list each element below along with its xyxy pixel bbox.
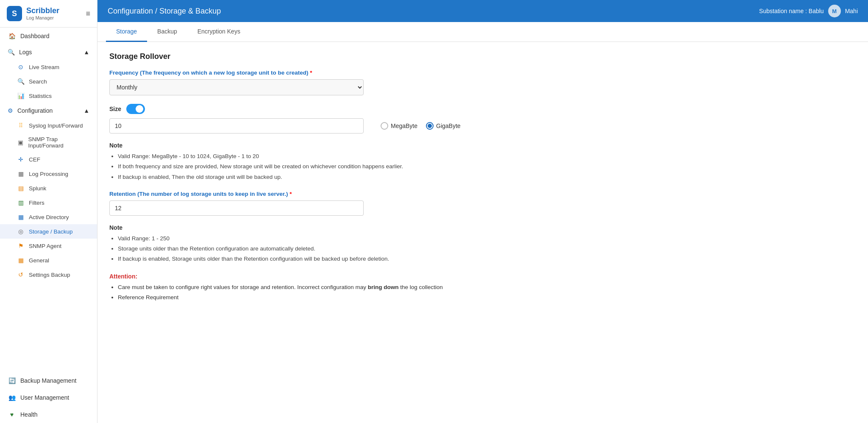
sidebar-section-configuration[interactable]: ⚙ Configuration ▲ — [0, 103, 97, 118]
sidebar-bottom: 🔄 Backup Management 👥 User Management ♥ … — [0, 372, 97, 423]
logs-chevron-icon: ▲ — [83, 49, 89, 56]
gigabyte-radio-circle — [426, 122, 434, 130]
configuration-section-icon: ⚙ — [8, 107, 13, 114]
header-right: Substation name : Bablu M Mahi — [759, 5, 858, 17]
attention-title: Attention: — [109, 273, 467, 280]
sidebar-logo: S Scribbler Log Manager ≡ — [0, 0, 97, 28]
sidebar-item-dashboard[interactable]: 🏠 Dashboard — [0, 28, 97, 45]
content-area: Storage Backup Encryption Keys Storage R… — [97, 22, 868, 423]
megabyte-label: MegaByte — [391, 122, 417, 129]
configuration-subnav: ⠿ Syslog Input/Forward ▣ SNMP Trap Input… — [0, 118, 97, 282]
filters-label: Filters — [29, 200, 45, 206]
attention-item-2: Reference Requirement — [118, 292, 467, 303]
hamburger-icon[interactable]: ≡ — [86, 9, 90, 18]
tab-storage[interactable]: Storage — [106, 22, 147, 42]
gigabyte-label: GigaByte — [436, 122, 461, 129]
sidebar-item-search[interactable]: 🔍 Search — [0, 74, 97, 89]
header-title: Configuration / Storage & Backup — [108, 7, 221, 16]
size-group: Size MegaByte G — [109, 104, 467, 134]
note2-item-2: Storage units older than the Retention c… — [118, 244, 467, 254]
statistics-icon: 📊 — [17, 92, 25, 100]
unit-radio-group: MegaByte GigaByte — [381, 122, 461, 130]
health-icon: ♥ — [8, 410, 16, 419]
substation-label: Substation name : Bablu — [759, 8, 824, 14]
unit-gigabyte[interactable]: GigaByte — [426, 122, 461, 130]
log-processing-icon: ▦ — [17, 170, 25, 178]
note2-list: Valid Range: 1 - 250 Storage units older… — [109, 234, 467, 264]
logs-subnav: ⊙ Live Stream 🔍 Search 📊 Statistics — [0, 60, 97, 103]
sidebar-configuration-label: Configuration — [17, 107, 53, 114]
user-management-label: User Management — [20, 394, 69, 401]
size-label: Size — [109, 106, 121, 112]
size-row: Size — [109, 104, 467, 114]
sidebar-item-livestream[interactable]: ⊙ Live Stream — [0, 60, 97, 74]
unit-megabyte[interactable]: MegaByte — [381, 122, 417, 130]
sidebar: S Scribbler Log Manager ≡ 🏠 Dashboard 🔍 … — [0, 0, 97, 423]
syslog-label: Syslog Input/Forward — [29, 122, 83, 129]
cef-label: CEF — [29, 156, 40, 163]
frequency-label: Frequency (The frequency on which a new … — [109, 70, 467, 76]
sidebar-item-filters[interactable]: ▥ Filters — [0, 195, 97, 210]
settings-backup-icon: ↺ — [17, 271, 25, 278]
note2-item-1: Valid Range: 1 - 250 — [118, 234, 467, 244]
section-title: Storage Rollover — [109, 52, 467, 61]
livestream-label: Live Stream — [29, 64, 59, 70]
sidebar-item-general[interactable]: ▦ General — [0, 253, 97, 267]
sidebar-item-snmp-trap[interactable]: ▣ SNMP Trap Input/Forward — [0, 133, 97, 152]
sidebar-item-active-directory[interactable]: ▦ Active Directory — [0, 210, 97, 224]
retention-input[interactable] — [109, 200, 364, 216]
sidebar-logs-label: Logs — [19, 49, 32, 56]
tab-encryption-keys[interactable]: Encryption Keys — [187, 22, 250, 42]
sidebar-item-storage-backup[interactable]: ◎ Storage / Backup — [0, 224, 97, 239]
app-name: Scribbler — [26, 6, 59, 16]
storage-rollover-panel: Storage Rollover Frequency (The frequenc… — [97, 42, 479, 313]
sidebar-section-logs[interactable]: 🔍 Logs ▲ — [0, 45, 97, 60]
syslog-icon: ⠿ — [17, 122, 25, 129]
storage-backup-icon: ◎ — [17, 228, 25, 235]
sidebar-item-log-processing[interactable]: ▦ Log Processing — [0, 167, 97, 181]
active-directory-icon: ▦ — [17, 213, 25, 221]
search-icon: 🔍 — [17, 78, 25, 85]
sidebar-item-splunk[interactable]: ▤ Splunk — [0, 181, 97, 195]
tab-backup[interactable]: Backup — [147, 22, 187, 42]
frequency-required-star: * — [310, 70, 312, 76]
attention-item-1: Care must be taken to configure right va… — [118, 282, 467, 292]
frequency-select[interactable]: Daily Weekly Monthly Yearly — [109, 79, 364, 95]
cef-icon: ✛ — [17, 156, 25, 163]
note1-list: Valid Range: MegaByte - 10 to 1024, Giga… — [109, 151, 467, 182]
sidebar-item-snmp-agent[interactable]: ⚑ SNMP Agent — [0, 239, 97, 253]
size-input[interactable] — [109, 118, 364, 134]
sidebar-item-user-management[interactable]: 👥 User Management — [0, 389, 97, 406]
sidebar-item-backup-management[interactable]: 🔄 Backup Management — [0, 372, 97, 389]
sidebar-item-syslog[interactable]: ⠿ Syslog Input/Forward — [0, 118, 97, 133]
sidebar-item-health[interactable]: ♥ Health — [0, 406, 97, 423]
backup-management-icon: 🔄 — [8, 376, 16, 385]
snmp-agent-icon: ⚑ — [17, 242, 25, 250]
avatar: M — [828, 5, 841, 17]
search-label: Search — [29, 78, 47, 85]
sidebar-item-statistics[interactable]: 📊 Statistics — [0, 89, 97, 103]
app-subtitle: Log Manager — [26, 15, 59, 21]
tab-bar: Storage Backup Encryption Keys — [97, 22, 868, 42]
sidebar-item-cef[interactable]: ✛ CEF — [0, 152, 97, 167]
note1-item-3: If backup is enabled, Then the old stora… — [118, 172, 467, 182]
general-icon: ▦ — [17, 256, 25, 264]
home-icon: 🏠 — [8, 32, 16, 40]
health-label: Health — [20, 411, 37, 418]
note2-item-3: If backup is enabled, Storage units olde… — [118, 254, 467, 264]
app-logo-icon: S — [7, 6, 22, 21]
active-directory-label: Active Directory — [29, 214, 69, 220]
note2-box: Note Valid Range: 1 - 250 Storage units … — [109, 224, 467, 264]
attention-list: Care must be taken to configure right va… — [109, 282, 467, 303]
settings-backup-label: Settings Backup — [29, 272, 70, 278]
note1-item-1: Valid Range: MegaByte - 10 to 1024, Giga… — [118, 151, 467, 161]
main-content: Configuration / Storage & Backup Substat… — [97, 0, 868, 423]
frequency-group: Frequency (The frequency on which a new … — [109, 70, 467, 95]
sidebar-item-settings-backup[interactable]: ↺ Settings Backup — [0, 267, 97, 282]
size-toggle[interactable] — [126, 104, 145, 114]
statistics-label: Statistics — [29, 93, 52, 99]
toggle-slider — [126, 104, 145, 114]
log-processing-label: Log Processing — [29, 171, 68, 177]
splunk-label: Splunk — [29, 185, 46, 192]
snmp-agent-label: SNMP Agent — [29, 243, 61, 249]
